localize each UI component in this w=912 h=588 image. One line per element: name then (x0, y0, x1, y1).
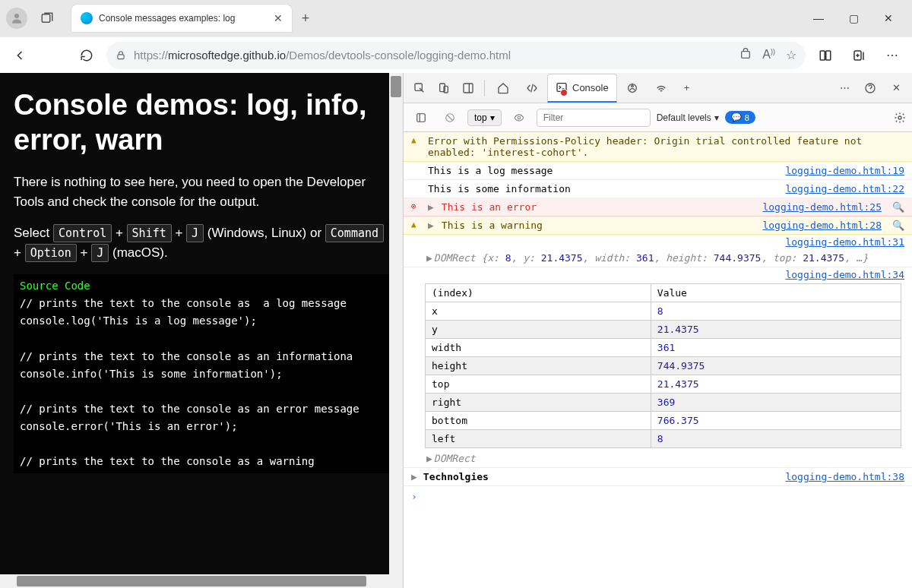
source-link[interactable]: logging-demo.html:38 (785, 471, 904, 482)
tab-console[interactable]: Console (547, 74, 617, 103)
device-toggle-icon[interactable] (432, 77, 455, 100)
error-icon: ⊗ (411, 201, 422, 211)
live-expression-icon[interactable] (508, 106, 530, 129)
window-minimize[interactable]: — (801, 6, 836, 30)
source-link[interactable]: logging-demo.html:25 (762, 201, 882, 213)
tab-title: Console messages examples: log (99, 13, 268, 24)
console-row-group: ▶ Technolgies logging-demo.html:38 (404, 468, 912, 486)
expand-icon[interactable]: ▶ (411, 471, 417, 482)
expand-icon[interactable]: ▶ (428, 220, 434, 231)
console-row-log: This is a log message logging-demo.html:… (404, 162, 912, 180)
tab-sources[interactable] (619, 74, 646, 103)
devtools-panel: Console + ⋯ ✕ top ▾ Default levels ▾ 💬 8 (403, 73, 912, 588)
console-error-badge (560, 89, 568, 96)
table-row: right369 (426, 394, 901, 412)
shopping-icon[interactable] (739, 48, 752, 62)
tab-close-icon[interactable]: ✕ (274, 12, 283, 24)
window-maximize[interactable]: ▢ (836, 6, 871, 30)
svg-point-17 (518, 116, 521, 119)
browser-toolbar: https://microsoftedge.github.io/Demos/de… (0, 36, 912, 73)
table-row: left8 (426, 430, 901, 448)
help-icon[interactable] (859, 77, 882, 100)
vertical-scroll-track[interactable] (389, 73, 403, 588)
source-code-block: Source Code // prints the text to the co… (14, 274, 389, 473)
titlebar: Console messages examples: log ✕ + — ▢ ✕ (0, 0, 912, 36)
tab-welcome[interactable] (489, 74, 517, 103)
svg-rect-15 (417, 113, 426, 122)
svg-rect-2 (118, 54, 124, 58)
tab-more[interactable]: + (676, 74, 698, 103)
back-button[interactable] (6, 42, 33, 69)
filter-input[interactable] (537, 109, 651, 127)
devtools-tabstrip: Console + ⋯ ✕ (404, 73, 912, 103)
console-row-domrect-foot: ▶ DOMRect (404, 450, 912, 468)
refresh-button[interactable] (73, 42, 100, 69)
svg-rect-10 (464, 84, 473, 93)
favorite-icon[interactable]: ☆ (786, 48, 796, 62)
address-bar[interactable]: https://microsoftedge.github.io/Demos/de… (106, 42, 806, 69)
window-close[interactable]: ✕ (871, 6, 906, 30)
url-text: https://microsoftedge.github.io/Demos/de… (134, 49, 511, 62)
horizontal-scroll-thumb[interactable] (17, 576, 366, 586)
kbd-option: Option (25, 244, 77, 262)
kbd-j2: J (91, 244, 109, 262)
inspect-icon[interactable] (408, 77, 431, 100)
read-aloud-icon[interactable]: A)) (762, 48, 775, 62)
search-icon[interactable]: 🔍 (892, 201, 904, 213)
profile-avatar[interactable] (6, 8, 27, 29)
new-tab-button[interactable]: + (292, 11, 319, 27)
source-link[interactable]: logging-demo.html:28 (762, 220, 882, 231)
browser-tab[interactable]: Console messages examples: log ✕ (71, 5, 292, 32)
source-link[interactable]: logging-demo.html:22 (785, 183, 904, 194)
kbd-command: Command (325, 224, 384, 242)
source-link[interactable]: logging-demo.html:19 (785, 165, 904, 176)
page-title: Console demos: log, info, error, warn (14, 88, 389, 157)
issues-badge[interactable]: 💬 8 (725, 111, 755, 124)
console-table: (index)Value x8y21.4375width361height744… (425, 283, 901, 448)
console-row-info: This is some information logging-demo.ht… (404, 180, 912, 198)
source-link[interactable]: logging-demo.html:31 (785, 236, 904, 248)
console-settings-icon[interactable] (894, 112, 906, 124)
page-intro: There is nothing to see here, you need t… (14, 172, 389, 211)
source-link[interactable]: logging-demo.html:34 (785, 269, 904, 280)
settings-menu-button[interactable]: ⋯ (879, 42, 906, 69)
svg-rect-5 (826, 51, 831, 60)
context-selector[interactable]: top ▾ (467, 109, 502, 126)
log-levels-selector[interactable]: Default levels ▾ (657, 112, 719, 123)
vertical-scroll-thumb[interactable] (391, 76, 401, 97)
console-filter-bar: top ▾ Default levels ▾ 💬 8 (404, 103, 912, 132)
sidebar-toggle-icon[interactable] (410, 106, 432, 129)
console-row-warning: ▲ Error with Permissions-Policy header: … (404, 132, 912, 162)
expand-icon[interactable]: ▶ (426, 453, 432, 464)
table-row: top21.4375 (426, 375, 901, 394)
svg-point-0 (14, 14, 19, 18)
table-row: height744.9375 (426, 357, 901, 375)
table-row: x8 (426, 302, 901, 321)
split-screen-button[interactable] (812, 42, 839, 69)
expand-icon[interactable]: ▶ (428, 201, 434, 213)
edge-favicon (81, 12, 93, 24)
tab-elements[interactable] (518, 74, 546, 103)
tab-network[interactable] (648, 74, 675, 103)
console-row-object: ▶ DOMRect {x: 8, y: 21.4375, width: 361,… (404, 249, 912, 267)
workspaces-button[interactable] (36, 8, 58, 29)
console-row-warn: ▲ ▶ This is a warning logging-demo.html:… (404, 217, 912, 235)
search-icon[interactable]: 🔍 (892, 220, 904, 231)
console-body[interactable]: ▲ Error with Permissions-Policy header: … (404, 132, 912, 588)
collections-button[interactable] (845, 42, 872, 69)
table-row: width361 (426, 339, 901, 357)
devtools-more-icon[interactable]: ⋯ (833, 77, 856, 100)
expand-icon[interactable]: ▶ (426, 252, 432, 264)
lock-icon (116, 50, 126, 61)
svg-point-13 (631, 85, 633, 87)
kbd-j: J (186, 224, 204, 242)
devtools-close-icon[interactable]: ✕ (885, 77, 907, 100)
clear-console-icon[interactable] (439, 106, 461, 129)
table-row: y21.4375 (426, 321, 901, 339)
console-prompt[interactable]: › (404, 486, 912, 507)
dock-icon[interactable] (457, 77, 480, 100)
shortcut-text: Select Control + Shift + J (Windows, Lin… (14, 223, 389, 262)
tab-console-label: Console (572, 82, 609, 93)
forward-button (40, 42, 67, 69)
warning-icon: ▲ (411, 135, 422, 145)
